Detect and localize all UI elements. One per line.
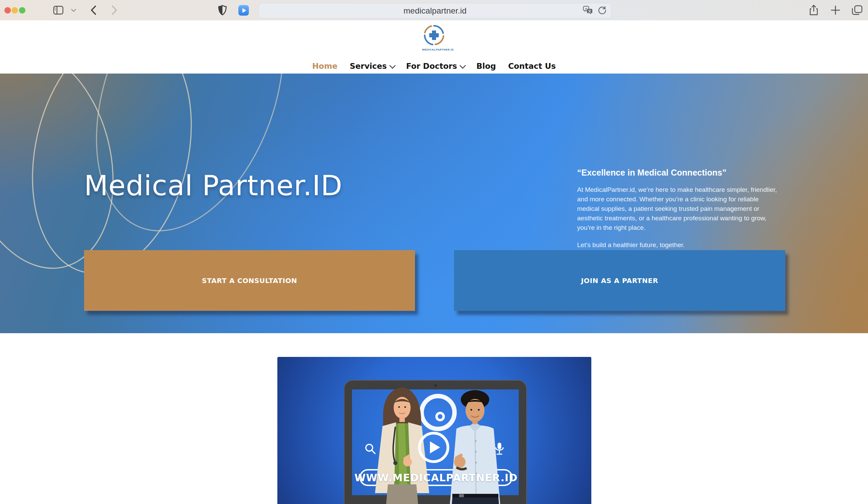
chevron-down-icon <box>389 62 395 69</box>
nav-item-contact-us[interactable]: Contact Us <box>508 62 556 71</box>
tabs-icon[interactable] <box>850 0 865 20</box>
zoom-window-button[interactable] <box>19 7 25 13</box>
reload-icon[interactable] <box>598 6 607 16</box>
sidebar-icon[interactable] <box>53 0 64 20</box>
translate-icon[interactable]: A 文 <box>583 6 593 16</box>
laptop-frame: WWW.MEDICALPARTNER.ID <box>344 380 527 504</box>
share-icon[interactable] <box>807 0 820 20</box>
nav-item-home[interactable]: Home <box>312 62 338 71</box>
nav-item-for-doctors[interactable]: For Doctors <box>406 62 464 71</box>
content-section: WWW.MEDICALPARTNER.ID <box>0 333 868 504</box>
hero-title: Medical Partner.ID <box>84 169 342 202</box>
logo-caption: MEDICALPARTNER.ID <box>422 48 446 51</box>
video-thumbnail[interactable]: WWW.MEDICALPARTNER.ID <box>277 357 591 504</box>
start-consultation-button[interactable]: START A CONSULTATION <box>84 250 415 311</box>
site-logo[interactable]: MEDICALPARTNER.ID <box>422 24 446 51</box>
nav-item-services[interactable]: Services <box>350 62 394 71</box>
hero-paragraph-2: Let’s build a healthier future, together… <box>577 241 779 249</box>
close-window-button[interactable] <box>4 7 11 13</box>
play-icon <box>430 441 440 453</box>
extension-play-icon[interactable] <box>238 5 249 15</box>
back-icon[interactable] <box>88 0 98 20</box>
forward-icon[interactable] <box>109 0 119 20</box>
chevron-down-icon[interactable] <box>70 0 77 20</box>
hero-paragraph: At MedicalPartner.id, we’re here to make… <box>577 185 779 232</box>
hero-text-block: “Excellence in Medical Connections” At M… <box>577 168 779 249</box>
nav-item-blog[interactable]: Blog <box>476 62 496 71</box>
minimize-window-button[interactable] <box>11 7 18 13</box>
address-bar[interactable]: medicalpartner.id A 文 <box>258 3 612 18</box>
join-as-partner-button[interactable]: JOIN AS A PARTNER <box>454 250 785 311</box>
play-button[interactable] <box>418 432 449 463</box>
svg-text:文: 文 <box>588 10 591 13</box>
main-navigation: Home Services For Doctors Blog Contact U… <box>0 62 868 71</box>
site-header: MEDICALPARTNER.ID Home Services For Doct… <box>0 20 868 74</box>
chevron-down-icon <box>459 62 466 69</box>
logo-icon <box>423 24 445 46</box>
shield-icon[interactable] <box>216 0 228 20</box>
browser-toolbar: medicalpartner.id A 文 <box>0 0 868 21</box>
new-tab-icon[interactable] <box>829 0 842 20</box>
hero-section: Medical Partner.ID “Excellence in Medica… <box>0 74 868 333</box>
hero-quote-heading: “Excellence in Medical Connections” <box>577 168 779 178</box>
url-text: medicalpartner.id <box>403 6 466 15</box>
url-pill-text: WWW.MEDICALPARTNER.ID <box>359 469 513 486</box>
